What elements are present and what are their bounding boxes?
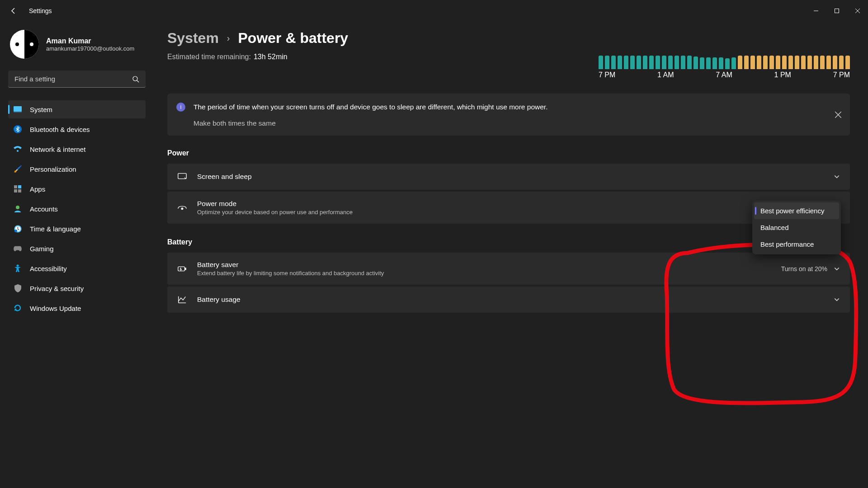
sidebar-item-network[interactable]: Network & internet bbox=[8, 140, 146, 158]
chart-bar bbox=[744, 56, 749, 69]
breadcrumb-parent[interactable]: System bbox=[167, 30, 219, 47]
sidebar-item-time[interactable]: Time & language bbox=[8, 220, 146, 238]
chart-bar bbox=[769, 56, 774, 69]
svg-point-13 bbox=[16, 206, 19, 209]
battery-saver-icon bbox=[177, 264, 187, 274]
row-title: Battery saver bbox=[197, 261, 771, 269]
chart-bar bbox=[731, 57, 736, 69]
chart-bar bbox=[630, 56, 635, 69]
screen-icon bbox=[177, 172, 187, 182]
sidebar-item-bluetooth[interactable]: Bluetooth & devices bbox=[8, 120, 146, 138]
chart-bar bbox=[599, 56, 603, 69]
section-title-power: Power bbox=[167, 149, 850, 157]
battery-chart[interactable]: 7 PM1 AM7 AM1 PM7 PM bbox=[599, 53, 850, 79]
maximize-button[interactable] bbox=[826, 4, 847, 18]
power-mode-option[interactable]: Balanced bbox=[754, 219, 839, 236]
row-title: Battery usage bbox=[197, 296, 824, 304]
chart-bar bbox=[687, 56, 692, 69]
search-box[interactable] bbox=[8, 70, 146, 88]
personalization-icon: 🖌️ bbox=[14, 165, 22, 173]
sidebar-item-personalization[interactable]: 🖌️Personalization bbox=[8, 160, 146, 178]
chart-bar bbox=[750, 56, 755, 69]
titlebar: Settings bbox=[0, 0, 868, 22]
row-battery-usage[interactable]: Battery usage bbox=[167, 286, 850, 313]
svg-point-17 bbox=[17, 265, 19, 267]
update-icon bbox=[14, 304, 22, 312]
app-title: Settings bbox=[29, 7, 52, 14]
privacy-icon bbox=[14, 284, 22, 292]
power-mode-option[interactable]: Best power efficiency bbox=[754, 202, 839, 219]
sidebar-item-accounts[interactable]: Accounts bbox=[8, 200, 146, 218]
chart-tick-label: 7 PM bbox=[833, 71, 850, 79]
svg-rect-11 bbox=[14, 189, 17, 192]
chart-bar bbox=[833, 56, 837, 69]
eta-label: Estimated time remaining: bbox=[167, 53, 251, 61]
chart-bar bbox=[681, 56, 685, 69]
svg-point-8 bbox=[17, 150, 19, 152]
sidebar-item-apps[interactable]: Apps bbox=[8, 180, 146, 198]
search-input[interactable] bbox=[14, 75, 132, 83]
chart-bar bbox=[738, 56, 742, 69]
sidebar-item-accessibility[interactable]: Accessibility bbox=[8, 259, 146, 277]
chart-bar bbox=[757, 56, 761, 69]
svg-rect-22 bbox=[178, 267, 185, 271]
chart-bar bbox=[807, 56, 812, 69]
chart-bar bbox=[624, 56, 628, 69]
profile-email: amankumar197000@outlook.com bbox=[46, 45, 134, 52]
svg-point-21 bbox=[181, 208, 183, 210]
chart-tick-label: 7 AM bbox=[716, 71, 732, 79]
svg-rect-7 bbox=[14, 112, 22, 113]
chart-bar bbox=[814, 56, 818, 69]
info-card: i The period of time when your screen tu… bbox=[167, 94, 850, 136]
eta-value: 13h 52min bbox=[254, 53, 288, 61]
chart-bar bbox=[763, 56, 768, 69]
chart-bar bbox=[700, 57, 704, 69]
chevron-right-icon: › bbox=[227, 33, 230, 43]
svg-line-5 bbox=[137, 80, 139, 82]
sidebar-item-label: Bluetooth & devices bbox=[30, 126, 90, 133]
power-mode-option[interactable]: Best performance bbox=[754, 236, 839, 253]
info-action-link[interactable]: Make both times the same bbox=[193, 119, 547, 127]
row-battery-saver[interactable]: Battery saver Extend battery life by lim… bbox=[167, 253, 850, 285]
row-power-mode[interactable]: Power mode Optimize your device based on… bbox=[167, 192, 850, 224]
close-icon[interactable] bbox=[833, 109, 844, 120]
chart-bar bbox=[788, 56, 793, 69]
sidebar-item-privacy[interactable]: Privacy & security bbox=[8, 279, 146, 297]
system-icon bbox=[14, 105, 22, 113]
chart-bar bbox=[712, 57, 717, 69]
sidebar-item-system[interactable]: System bbox=[8, 100, 146, 118]
chart-ticks: 7 PM1 AM7 AM1 PM7 PM bbox=[599, 71, 850, 79]
svg-rect-12 bbox=[18, 189, 21, 192]
sidebar-item-label: Windows Update bbox=[30, 305, 81, 312]
page-title: Power & battery bbox=[238, 30, 349, 47]
minimize-button[interactable] bbox=[806, 4, 826, 18]
sidebar-item-label: Personalization bbox=[30, 165, 76, 173]
accounts-icon bbox=[14, 205, 22, 213]
svg-rect-23 bbox=[185, 268, 186, 270]
chart-bar bbox=[605, 56, 609, 69]
breadcrumb: System › Power & battery bbox=[167, 30, 850, 47]
chart-bar bbox=[795, 56, 799, 69]
row-screen-and-sleep[interactable]: Screen and sleep bbox=[167, 164, 850, 190]
chart-bar bbox=[845, 56, 850, 69]
svg-rect-10 bbox=[18, 185, 21, 188]
sidebar: Aman Kumar amankumar197000@outlook.com S… bbox=[0, 22, 154, 488]
avatar bbox=[10, 30, 39, 59]
chevron-down-icon bbox=[834, 174, 840, 180]
sidebar-item-label: Network & internet bbox=[30, 145, 85, 153]
chart-bar bbox=[776, 56, 780, 69]
chart-bar bbox=[618, 56, 622, 69]
chart-bar bbox=[719, 57, 723, 69]
sidebar-item-update[interactable]: Windows Update bbox=[8, 299, 146, 317]
profile[interactable]: Aman Kumar amankumar197000@outlook.com bbox=[8, 30, 146, 59]
close-button[interactable] bbox=[847, 4, 868, 18]
chart-bar bbox=[820, 56, 825, 69]
chart-bar bbox=[725, 58, 730, 69]
battery-saver-value: Turns on at 20% bbox=[781, 265, 827, 272]
back-button[interactable] bbox=[9, 6, 18, 15]
row-subtitle: Extend battery life by limiting some not… bbox=[197, 270, 771, 277]
sidebar-item-gaming[interactable]: Gaming bbox=[8, 239, 146, 258]
chart-bar bbox=[826, 56, 831, 69]
sidebar-item-label: Time & language bbox=[30, 225, 81, 233]
nav: SystemBluetooth & devicesNetwork & inter… bbox=[8, 100, 146, 317]
